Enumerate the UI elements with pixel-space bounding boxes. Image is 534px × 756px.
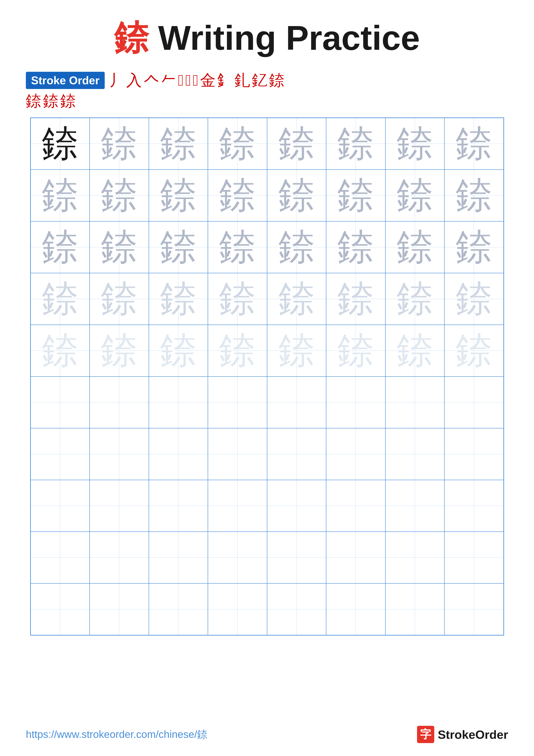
grid-cell-r2c2[interactable]: 錼 [89,170,149,221]
grid-cell-r5c5[interactable]: 錼 [267,325,326,376]
grid-cell-r5c8[interactable]: 錼 [445,325,504,376]
grid-cell-r6c5[interactable] [267,376,326,428]
grid-cell-r7c2[interactable] [89,428,149,480]
grid-cell-r9c5[interactable] [267,532,326,583]
grid-cell-r1c6[interactable]: 錼 [326,118,385,170]
grid-cell-r10c5[interactable] [267,583,326,635]
grid-cell-r6c2[interactable] [89,376,149,428]
grid-cell-r1c3[interactable]: 錼 [149,118,208,170]
grid-cell-r7c8[interactable] [445,428,504,480]
grid-cell-r4c7[interactable]: 錼 [385,273,445,325]
cell-char: 錼 [42,125,78,162]
grid-cell-r8c6[interactable] [326,480,385,532]
cell-char: 錼 [101,177,138,214]
grid-cell-r7c4[interactable] [208,428,267,480]
grid-cell-r1c8[interactable]: 錼 [445,118,504,170]
grid-cell-r9c8[interactable] [445,532,504,583]
grid-cell-r2c3[interactable]: 錼 [149,170,208,221]
stroke-char-1: 丿 [109,73,124,88]
grid-cell-r8c2[interactable] [89,480,149,532]
grid-cell-r5c6[interactable]: 錼 [326,325,385,376]
grid-cell-r7c3[interactable] [149,428,208,480]
grid-cell-r8c8[interactable] [445,480,504,532]
grid-cell-r6c3[interactable] [149,376,208,428]
grid-cell-r1c4[interactable]: 錼 [208,118,267,170]
grid-cell-r5c7[interactable]: 錼 [385,325,445,376]
cell-char: 錼 [219,332,256,369]
grid-cell-r8c3[interactable] [149,480,208,532]
cell-char: 錼 [396,332,433,369]
grid-cell-r3c4[interactable]: 錼 [208,221,267,273]
grid-cell-r7c6[interactable] [326,428,385,480]
cell-char: 錼 [101,281,138,317]
grid-cell-r6c7[interactable] [385,376,445,428]
grid-cell-r9c4[interactable] [208,532,267,583]
grid-cell-r7c5[interactable] [267,428,326,480]
grid-cell-r4c5[interactable]: 錼 [267,273,326,325]
grid-cell-r2c5[interactable]: 錼 [267,170,326,221]
stroke-char-4: 𠂉 [161,73,176,88]
grid-cell-r10c7[interactable] [385,583,445,635]
grid-cell-r5c2[interactable]: 錼 [89,325,149,376]
footer-url[interactable]: https://www.strokeorder.com/chinese/錼 [26,728,207,741]
grid-cell-r1c5[interactable]: 錼 [267,118,326,170]
grid-cell-r4c4[interactable]: 錼 [208,273,267,325]
cell-char: 錼 [42,229,78,265]
grid-cell-r6c6[interactable] [326,376,385,428]
grid-cell-r10c8[interactable] [445,583,504,635]
grid-cell-r10c4[interactable] [208,583,267,635]
grid-cell-r3c7[interactable]: 錼 [385,221,445,273]
grid-cell-r4c3[interactable]: 錼 [149,273,208,325]
stroke-char-9: 釒 [217,73,233,88]
grid-cell-r4c2[interactable]: 錼 [89,273,149,325]
page-title: 錼 Writing Practice [114,17,420,59]
grid-cell-r9c7[interactable] [385,532,445,583]
grid-cell-r10c3[interactable] [149,583,208,635]
grid-cell-r6c8[interactable] [445,376,504,428]
stroke-char-6: 𠂋 [185,73,191,88]
grid-cell-r9c2[interactable] [89,532,149,583]
stroke-order-row2: 錼 錼 錼 [26,93,508,109]
grid-cell-r9c3[interactable] [149,532,208,583]
grid-cell-r5c4[interactable]: 錼 [208,325,267,376]
grid-cell-r2c6[interactable]: 錼 [326,170,385,221]
cell-char: 錼 [337,281,374,317]
grid-cell-r3c3[interactable]: 錼 [149,221,208,273]
stroke-char-5: 𠂊 [178,73,184,88]
grid-cell-r7c7[interactable] [385,428,445,480]
grid-cell-r3c8[interactable]: 錼 [445,221,504,273]
grid-cell-r4c1[interactable]: 錼 [31,273,90,325]
grid-cell-r4c8[interactable]: 錼 [445,273,504,325]
grid-cell-r1c1[interactable]: 錼 [31,118,90,170]
grid-cell-r2c4[interactable]: 錼 [208,170,267,221]
cell-char: 錼 [456,332,492,369]
grid-cell-r2c8[interactable]: 錼 [445,170,504,221]
grid-cell-r5c1[interactable]: 錼 [31,325,90,376]
grid-cell-r9c6[interactable] [326,532,385,583]
grid-cell-r7c1[interactable] [31,428,90,480]
grid-cell-r5c3[interactable]: 錼 [149,325,208,376]
grid-cell-r6c4[interactable] [208,376,267,428]
grid-cell-r3c5[interactable]: 錼 [267,221,326,273]
grid-cell-r1c2[interactable]: 錼 [89,118,149,170]
grid-cell-r2c1[interactable]: 錼 [31,170,90,221]
grid-cell-r6c1[interactable] [31,376,90,428]
grid-cell-r4c6[interactable]: 錼 [326,273,385,325]
grid-cell-r8c5[interactable] [267,480,326,532]
grid-cell-r1c7[interactable]: 錼 [385,118,445,170]
grid-cell-r8c1[interactable] [31,480,90,532]
grid-cell-r3c2[interactable]: 錼 [89,221,149,273]
cell-char: 錼 [160,332,197,369]
grid-cell-r10c2[interactable] [89,583,149,635]
grid-cell-r3c1[interactable]: 錼 [31,221,90,273]
cell-char: 錼 [101,125,138,162]
cell-char: 錼 [456,177,492,214]
cell-char: 錼 [337,229,374,265]
grid-cell-r9c1[interactable] [31,532,90,583]
grid-cell-r8c7[interactable] [385,480,445,532]
grid-cell-r2c7[interactable]: 錼 [385,170,445,221]
grid-cell-r3c6[interactable]: 錼 [326,221,385,273]
grid-cell-r10c6[interactable] [326,583,385,635]
grid-cell-r8c4[interactable] [208,480,267,532]
grid-cell-r10c1[interactable] [31,583,90,635]
